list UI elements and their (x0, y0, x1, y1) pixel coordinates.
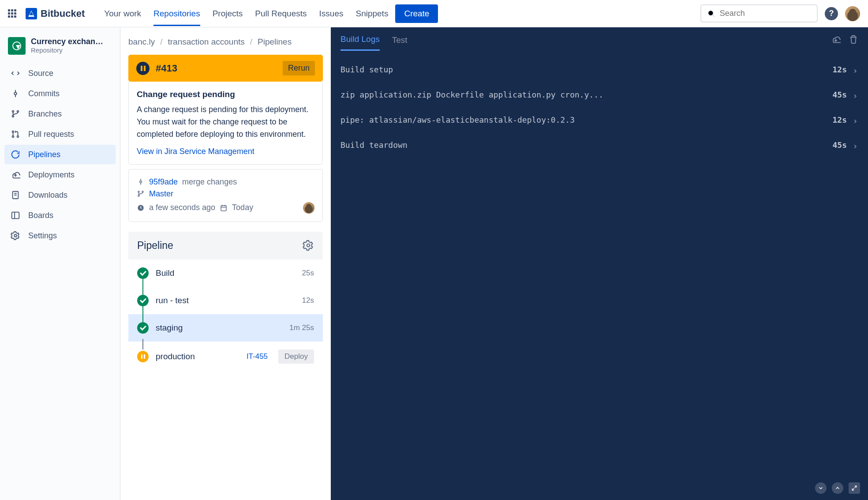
breadcrumb-item[interactable]: banc.ly (128, 37, 155, 47)
time-ago: a few seconds ago (149, 203, 215, 212)
scroll-up-button[interactable] (832, 482, 843, 494)
status-success-icon (137, 267, 149, 279)
svg-point-2 (14, 92, 17, 95)
chevron-right-icon (852, 118, 858, 124)
nav-issues[interactable]: Issues (319, 1, 344, 26)
downloads-icon (11, 190, 20, 200)
pause-status-icon (136, 62, 150, 75)
log-line[interactable]: Build setup 12s (340, 57, 858, 82)
commit-icon (137, 178, 145, 186)
breadcrumb-item[interactable]: Pipelines (258, 37, 292, 47)
sidebar-item-commits[interactable]: Commits (4, 84, 116, 103)
svg-point-0 (708, 11, 713, 15)
deploy-button[interactable]: Deploy (278, 350, 314, 364)
nav-your-work[interactable]: Your work (104, 1, 141, 26)
status-success-icon (137, 322, 149, 334)
bitbucket-mark-icon (26, 8, 37, 19)
status-success-icon (137, 295, 149, 306)
repo-header[interactable]: Currency exchang... Repository (4, 34, 116, 64)
log-duration: 12s (832, 115, 847, 124)
log-text: pipe: atlassian/aws-elasticbeanstalk-dep… (340, 115, 832, 124)
sidebar-item-settings[interactable]: Settings (4, 226, 116, 245)
trash-icon[interactable] (849, 34, 858, 44)
repo-subtitle: Repository (31, 46, 106, 54)
svg-point-9 (12, 131, 14, 133)
svg-point-5 (12, 111, 14, 113)
nav-pull-requests[interactable]: Pull Requests (255, 1, 307, 26)
stage-name: Build (156, 268, 174, 278)
stage-build[interactable]: Build 25s (128, 259, 323, 287)
top-header: Bitbucket Your work Repositories Project… (0, 0, 868, 27)
log-line[interactable]: pipe: atlassian/aws-elasticbeanstalk-dep… (340, 107, 858, 132)
svg-point-22 (138, 195, 139, 196)
nav-projects[interactable]: Projects (213, 1, 243, 26)
user-avatar[interactable] (845, 6, 860, 21)
repo-avatar-icon (8, 37, 26, 55)
branch-icon (137, 190, 145, 198)
sidebar-item-pipelines[interactable]: Pipelines (4, 145, 116, 164)
author-avatar[interactable] (303, 202, 314, 214)
sidebar-item-branches[interactable]: Branches (4, 104, 116, 124)
deployments-icon (11, 170, 20, 180)
download-logs-icon[interactable] (831, 34, 841, 44)
sidebar-item-label: Commits (28, 89, 60, 98)
search-box[interactable] (700, 4, 818, 23)
status-paused-icon (137, 351, 149, 362)
sidebar-item-boards[interactable]: Boards (4, 206, 116, 225)
search-icon (707, 9, 715, 18)
pipeline-settings-button[interactable] (303, 240, 314, 251)
repo-title: Currency exchang... (31, 37, 106, 46)
sidebar-item-pull-requests[interactable]: Pull requests (4, 124, 116, 144)
issue-link[interactable]: IT-455 (247, 352, 268, 361)
sidebar-item-deployments[interactable]: Deployments (4, 165, 116, 184)
fullscreen-button[interactable] (849, 482, 860, 494)
tab-test[interactable]: Test (392, 28, 408, 50)
nav-snippets[interactable]: Snippets (355, 1, 388, 26)
view-in-jira-link[interactable]: View in Jira Service Management (137, 147, 314, 156)
nav-repositories[interactable]: Repositories (153, 1, 200, 26)
svg-point-20 (138, 191, 139, 192)
clock-icon (137, 204, 145, 212)
breadcrumb-item[interactable]: transaction accounts (168, 37, 244, 47)
log-line[interactable]: zip application.zip Dockerfile applicati… (340, 82, 858, 107)
sidebar-item-label: Source (28, 69, 53, 78)
stage-run-test[interactable]: run - test 12s (128, 287, 323, 314)
stage-production[interactable]: production IT-455 Deploy (128, 342, 323, 372)
logs-panel: Build Logs Test Build setup 12s zip appl… (331, 27, 868, 500)
svg-point-17 (140, 181, 142, 183)
branch-link[interactable]: Master (149, 189, 173, 199)
rerun-button[interactable]: Rerun (283, 61, 315, 75)
svg-point-7 (12, 116, 14, 117)
stage-staging[interactable]: staging 1m 25s (128, 314, 323, 342)
sidebar-item-downloads[interactable]: Downloads (4, 185, 116, 205)
sidebar-item-source[interactable]: Source (4, 64, 116, 83)
tab-build-logs[interactable]: Build Logs (340, 27, 380, 51)
chevron-right-icon (852, 68, 858, 74)
log-text: Build setup (340, 65, 832, 74)
sidebar-item-label: Boards (28, 211, 53, 220)
svg-point-21 (142, 191, 143, 192)
create-button[interactable]: Create (395, 4, 438, 23)
sidebar-item-label: Downloads (28, 191, 67, 200)
log-line[interactable]: Build teardown 45s (340, 132, 858, 158)
log-text: Build teardown (340, 140, 832, 150)
log-duration: 45s (832, 140, 847, 150)
commit-hash-link[interactable]: 95f9ade (149, 177, 178, 187)
stage-duration: 25s (302, 269, 314, 278)
bitbucket-logo[interactable]: Bitbucket (26, 8, 85, 19)
app-switcher-icon[interactable] (8, 8, 19, 19)
branches-icon (11, 109, 20, 119)
pull-requests-icon (11, 129, 20, 139)
help-icon[interactable]: ? (825, 7, 838, 20)
sidebar: Currency exchang... Repository Source Co… (0, 27, 120, 500)
chevron-right-icon (852, 143, 858, 150)
search-input[interactable] (720, 9, 811, 18)
log-duration: 12s (832, 65, 847, 74)
pipeline-title: Pipeline (137, 240, 173, 252)
scroll-down-button[interactable] (815, 482, 827, 494)
sidebar-item-label: Settings (28, 231, 57, 241)
build-date: Today (232, 203, 253, 212)
boards-icon (11, 211, 20, 220)
sidebar-item-label: Branches (28, 109, 62, 119)
svg-point-8 (12, 136, 14, 138)
